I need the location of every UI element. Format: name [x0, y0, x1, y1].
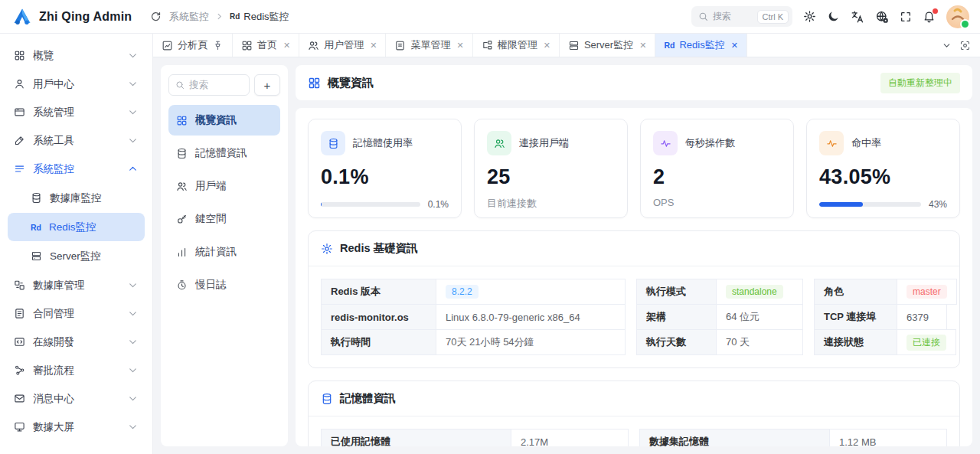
submenu-item-label: 記憶體資訊: [195, 146, 247, 160]
memory-info-table: 已使用記憶體 2.17M 數據集記憶體 1.12 MB: [321, 429, 947, 446]
stat-label: 連接用戶端: [519, 136, 569, 150]
sidebar-item-label: 合同管理: [33, 307, 74, 321]
users-icon: [176, 181, 188, 192]
submenu-item-慢日誌[interactable]: 慢日誌: [168, 269, 280, 300]
search-icon: [698, 11, 708, 21]
pin-icon[interactable]: [212, 40, 224, 51]
chevron-right-icon: [215, 12, 224, 21]
avatar[interactable]: [946, 5, 969, 28]
info-label: 架構: [637, 305, 717, 329]
sidebar-item-概覽[interactable]: 概覽: [8, 41, 145, 70]
info-value: 已連接: [897, 330, 956, 354]
translate-icon[interactable]: [851, 10, 864, 24]
sidebar-item-合同管理[interactable]: 合同管理: [8, 299, 145, 328]
breadcrumb-section[interactable]: 系統監控: [169, 10, 209, 24]
info-label: 數據集記憶體: [640, 430, 830, 446]
breadcrumb-page[interactable]: Rd Redis監控: [230, 10, 289, 24]
tab-Redis監控[interactable]: Rd Redis監控 ✕: [655, 34, 746, 57]
info-value: Linux 6.8.0-79-generic x86_64: [436, 305, 625, 329]
close-icon[interactable]: ✕: [544, 41, 550, 51]
info-label: redis-monitor.os: [322, 305, 436, 329]
sidebar-item-消息中心[interactable]: 消息中心: [8, 384, 145, 413]
sidebar-subitem-Redis監控[interactable]: RdRedis監控: [8, 213, 145, 241]
stats-icon: [176, 247, 188, 258]
add-button[interactable]: +: [254, 74, 280, 96]
info-label: TCP 連接埠: [815, 305, 897, 329]
sidebar-item-數據大屏[interactable]: 數據大屏: [8, 413, 145, 441]
pulse-icon: [826, 138, 838, 149]
global-search[interactable]: 搜索 Ctrl K: [691, 6, 792, 27]
search-icon: [175, 80, 185, 90]
sidebar-item-審批流程[interactable]: 審批流程: [8, 356, 145, 384]
breadcrumb-page-label: Redis監控: [243, 10, 289, 24]
stat-card-每秒操作數: 每秒操作數 2 OPS: [640, 119, 794, 218]
tab-首页[interactable]: 首页 ✕: [233, 34, 299, 57]
users-icon: [494, 138, 505, 149]
tab-label: Server監控: [584, 38, 633, 52]
close-icon[interactable]: ✕: [370, 41, 377, 51]
info-value: 70天 21小時 54分鐘: [436, 330, 625, 354]
tab-Server監控[interactable]: Server監控 ✕: [560, 34, 656, 57]
user-icon: [14, 78, 25, 90]
tab-用户管理[interactable]: 用户管理 ✕: [299, 34, 386, 57]
refresh-icon[interactable]: [150, 11, 162, 22]
tab-label: 用户管理: [324, 38, 364, 52]
submenu-item-概覽資訊[interactable]: 概覽資訊: [168, 105, 280, 136]
chevron-down-icon[interactable]: [942, 41, 952, 51]
database-icon: [321, 393, 333, 405]
sidebar-item-在線開發[interactable]: 在線開發: [8, 328, 145, 356]
tab-權限管理[interactable]: 權限管理 ✕: [473, 34, 560, 57]
sidebar-item-用戶中心[interactable]: 用戶中心: [8, 70, 145, 98]
info-label: 執行天數: [637, 330, 717, 354]
sidebar-item-數據庫管理[interactable]: 數據庫管理: [8, 271, 145, 299]
stat-progress: 0.1%: [321, 199, 449, 210]
stat-card-連接用戶端: 連接用戶端 25 目前連接數: [474, 119, 628, 218]
sidebar-item-系統管理[interactable]: 系統管理: [8, 98, 145, 126]
submenu-item-記憶體資訊[interactable]: 記憶體資訊: [168, 138, 280, 168]
globe-icon[interactable]: [875, 10, 889, 24]
app-logo[interactable]: Zhi Qing Admin: [12, 8, 149, 26]
tabs: 分析頁 首页 ✕ 用户管理 ✕ 菜單管理 ✕ 權限管理 ✕ Server監控 ✕…: [153, 34, 933, 57]
submenu-item-用戶端[interactable]: 用戶端: [168, 171, 280, 201]
submenu-item-統計資訊[interactable]: 統計資訊: [168, 237, 280, 267]
perm-icon: [482, 40, 493, 51]
basic-info-section: Redis 基礎資訊 Redis 版本 8.2.2 執行模式 standalon…: [308, 230, 960, 368]
info-label: 連接狀態: [815, 330, 897, 354]
tab-label: 分析頁: [178, 38, 207, 52]
close-icon[interactable]: ✕: [639, 41, 646, 51]
stat-value: 43.05%: [819, 165, 947, 189]
content-capture-icon[interactable]: [959, 40, 971, 51]
stat-value: 2: [653, 165, 781, 189]
rd-badge-icon: Rd: [230, 12, 240, 21]
fullscreen-icon[interactable]: [900, 11, 912, 23]
page-title: 概覽資訊: [328, 76, 374, 90]
search-placeholder: 搜索: [713, 10, 731, 23]
screen-icon: [14, 421, 25, 433]
stat-label: 命中率: [851, 136, 881, 150]
sidebar-subitem-label: Server監控: [50, 250, 101, 263]
bell-icon[interactable]: [923, 10, 936, 23]
sidebar-subitem-數據庫監控[interactable]: 數據庫監控: [8, 184, 145, 212]
info-value: 70 天: [717, 330, 802, 354]
sidebar-item-label: 概覽: [33, 49, 54, 63]
chevron-down-icon: [127, 50, 139, 61]
tab-菜單管理[interactable]: 菜單管理 ✕: [386, 34, 472, 57]
chevron-down-icon: [127, 364, 139, 376]
gear-icon[interactable]: [803, 10, 816, 23]
sidebar-item-label: 用戶中心: [33, 77, 74, 91]
close-icon[interactable]: ✕: [731, 41, 738, 51]
tab-分析頁[interactable]: 分析頁: [153, 34, 233, 57]
dev-icon: [14, 336, 25, 348]
close-icon[interactable]: ✕: [456, 41, 463, 51]
stat-progress-label: 43%: [929, 199, 947, 210]
close-icon[interactable]: ✕: [283, 41, 290, 51]
sidebar-item-系統監控[interactable]: 系統監控: [8, 155, 145, 183]
tabbar: 分析頁 首页 ✕ 用户管理 ✕ 菜單管理 ✕ 權限管理 ✕ Server監控 ✕…: [153, 34, 980, 57]
table-row: redis-monitor.os Linux 6.8.0-79-generic …: [321, 304, 947, 330]
sidebar-item-系統工具[interactable]: 系統工具: [8, 126, 145, 155]
sidebar-subitem-Server監控[interactable]: Server監控: [8, 242, 145, 270]
submenu-search-input[interactable]: 搜索: [168, 74, 250, 96]
submenu-item-鍵空間[interactable]: 鍵空間: [168, 204, 280, 234]
moon-icon[interactable]: [827, 10, 840, 23]
database-icon: [176, 148, 188, 159]
